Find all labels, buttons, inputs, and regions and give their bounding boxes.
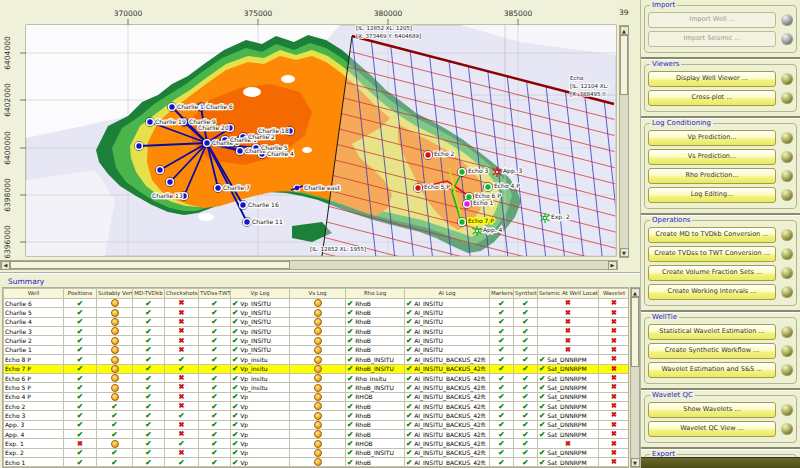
column-header-ai-log[interactable]: AI Log <box>405 289 490 299</box>
column-header-vs-log[interactable]: Vs Log <box>290 289 346 299</box>
create-working-intervals-button[interactable]: Create Working Intervals ... <box>648 284 776 300</box>
statistical-wavelet-estimation-button[interactable]: Statistical Wavelet Estimation ... <box>648 324 776 340</box>
well-marker[interactable] <box>157 167 164 174</box>
rho-prediction-button[interactable]: Rho Prediction... <box>648 168 776 184</box>
well-marker[interactable] <box>237 148 244 155</box>
import-seismic-button[interactable]: Import Seismic ... <box>648 31 776 47</box>
help-icon[interactable] <box>781 404 793 416</box>
column-header-well[interactable]: Well <box>4 289 64 299</box>
table-row[interactable]: Exp. 1✖✔✔✔✔ Vp✔ RHOB✔ AI_INSITU_BACKUS_4… <box>4 439 630 448</box>
well-label: Charlie east <box>304 184 341 191</box>
help-icon[interactable] <box>781 151 793 163</box>
table-row[interactable]: Echo 2✔✔✔✖✔✔ Vp✔ RhoB✔ AI_INSITU_BACKUS_… <box>4 401 630 410</box>
import-well-button[interactable]: Import Well ... <box>648 12 776 28</box>
vp-prediction-button[interactable]: Vp Prediction... <box>648 130 776 146</box>
wavelet-estimation-and-s-s-button[interactable]: Wavelet Estimation and S&S ... <box>648 362 776 378</box>
column-header-markers[interactable]: Markers <box>490 289 514 299</box>
help-icon[interactable] <box>781 248 793 260</box>
table-row[interactable]: Charlie 2✔✔✖✔✔ Vp_INSITU✔ RhoB✔ AI_INSIT… <box>4 336 630 345</box>
table-row[interactable]: Echo 8 P✔✔✔✔✔ Vp_insitu✔ RhoB_INSITU✔ AI… <box>4 355 630 364</box>
map-horizontal-scrollbar[interactable]: ◀ ▶ <box>0 260 618 270</box>
column-header-vp-log[interactable]: Vp Log <box>231 289 290 299</box>
scroll-up-icon[interactable]: ▲ <box>631 288 640 297</box>
column-header-rho-log[interactable]: Rho Log <box>346 289 405 299</box>
create-md-to-tvdkb-conversion-button[interactable]: Create MD to TVDkb Conversion ... <box>648 227 776 243</box>
table-row[interactable]: Echo 3✔✔✔✔✔✔ Vp✔ RhoB✔ AI_INSITU_BACKUS_… <box>4 411 630 420</box>
table-row[interactable]: Echo 7 P✔✔✔✔✔ Vp_insitu✔ RhoB_INSITU✔ AI… <box>4 364 630 373</box>
scroll-up-icon[interactable]: ▲ <box>620 26 629 35</box>
well-marker[interactable] <box>204 140 211 147</box>
well-marker[interactable] <box>464 201 471 208</box>
basemap[interactable]: Charlie 14Charlie 6Charlie 19Charlie 9Ch… <box>0 0 618 258</box>
check-icon: ✔ <box>522 439 528 448</box>
well-marker[interactable] <box>415 185 422 192</box>
cross-plot-button[interactable]: Cross-plot ... <box>648 90 776 106</box>
create-tvdss-to-twt-conversion-button[interactable]: Create TVDss to TWT Conversion ... <box>648 246 776 262</box>
table-row[interactable]: App. 4✔✔✔✖✔✔ Vp✔ RhoB✔ AI_INSITU_BACKUS_… <box>4 430 630 439</box>
show-wavelets-button[interactable]: Show Wavelets ... <box>648 402 776 418</box>
table-row[interactable]: Exp. 2✔✔✔✖✔✔ Vp✔ RhoB_INSITU✔ AI_INSITU_… <box>4 448 630 457</box>
column-header-synthetic[interactable]: Synthetic <box>514 289 538 299</box>
log-editing-button[interactable]: Log Editing... <box>648 187 776 203</box>
help-icon[interactable] <box>781 92 793 104</box>
help-icon[interactable] <box>781 423 793 435</box>
display-well-viewer-button[interactable]: Display Well Viewer ... <box>648 71 776 87</box>
column-header-seismic-at-well-location[interactable]: Seismic At Well Location <box>538 289 599 299</box>
help-icon[interactable] <box>781 14 793 26</box>
table-row[interactable]: Charlie 6✔✔✖✔✔ Vp_INSITU✔ RhoB✔ AI_INSIT… <box>4 299 630 308</box>
column-header-md-tvdkb[interactable]: MD-TVDkb <box>133 289 165 299</box>
table-row[interactable]: Echo 1✔✔✔✔✔✔ Vp✔ RhoB✔ AI_INSITU_BACKUS_… <box>4 458 630 467</box>
table-row[interactable]: Echo 4 P✔✔✖✔✔ Vp✔ RHOB✔ AI_INSITU_BACKUS… <box>4 392 630 401</box>
summary-vertical-scrollbar[interactable]: ▲ ▼ <box>630 287 640 468</box>
scrollbar-thumb[interactable] <box>10 261 290 269</box>
table-row[interactable]: Echo 6 P✔✔✖✔✔ Vp_insitu✔ Rho_insitu✔ AI_… <box>4 373 630 382</box>
create-volume-fraction-sets-button[interactable]: Create Volume Fraction Sets ... <box>648 265 776 281</box>
column-header-checkshots[interactable]: Checkshots <box>165 289 199 299</box>
column-header-tvdss-twt[interactable]: TVDss-TWT <box>199 289 231 299</box>
help-icon[interactable] <box>781 132 793 144</box>
well-marker[interactable] <box>240 202 247 209</box>
help-icon[interactable] <box>781 33 793 45</box>
help-icon[interactable] <box>781 73 793 85</box>
well-marker[interactable] <box>215 185 222 192</box>
well-marker[interactable] <box>425 152 432 159</box>
help-icon[interactable] <box>781 267 793 279</box>
scroll-right-icon[interactable]: ▶ <box>608 261 617 270</box>
sidebar-collapsed-bar[interactable] <box>641 457 800 468</box>
scrollbar-thumb[interactable] <box>620 35 628 95</box>
help-icon[interactable] <box>781 345 793 357</box>
table-row[interactable]: Echo 5 P✔✔✖✔✔ Vp_insitu✔ RhoB_INSITU✔ AI… <box>4 383 630 392</box>
scroll-down-icon[interactable]: ▼ <box>620 248 629 257</box>
status-cell: ✔ Vp_INSITU <box>231 336 290 345</box>
help-icon[interactable] <box>781 364 793 376</box>
help-icon[interactable] <box>781 170 793 182</box>
well-marker[interactable] <box>485 184 492 191</box>
create-synthetic-workflow-button[interactable]: Create Synthetic Workflow ... <box>648 343 776 359</box>
table-row[interactable]: App. 3✔✔✔✖✔✔ Vp✔ RhoB✔ AI_INSITU_BACKUS_… <box>4 420 630 429</box>
help-icon[interactable] <box>781 286 793 298</box>
table-row[interactable]: Charlie 4✔✔✖✔✔ Vp_INSITU✔ RhoB✔ AI_INSIT… <box>4 317 630 326</box>
table-row[interactable]: Charlie 1✔✔✖✔✔ Vp_INSITU✔ RhoB✔ AI_INSIT… <box>4 345 630 354</box>
well-marker[interactable] <box>167 179 174 186</box>
well-marker[interactable] <box>459 219 466 226</box>
map-vertical-scrollbar[interactable]: ▲ ▼ <box>619 25 629 258</box>
help-icon[interactable] <box>781 326 793 338</box>
help-icon[interactable] <box>781 189 793 201</box>
scroll-down-icon[interactable]: ▼ <box>631 458 640 467</box>
table-row[interactable]: Charlie 3✔✔✖✔✔ Vp_INSITU✔ RhoB✔ AI_INSIT… <box>4 327 630 336</box>
column-header-wavelet[interactable]: Wavelet <box>599 289 630 299</box>
well-marker[interactable] <box>244 219 251 226</box>
column-header-suitably-vertical[interactable]: Suitably Vertical <box>97 289 133 299</box>
log-name: RhoB <box>353 328 371 335</box>
scrollbar-thumb[interactable] <box>631 297 639 367</box>
column-header-positions[interactable]: Positions <box>64 289 97 299</box>
vs-prediction-button[interactable]: Vs Prediction... <box>648 149 776 165</box>
well-marker[interactable] <box>136 143 143 150</box>
help-icon[interactable] <box>781 229 793 241</box>
wavelet-qc-view-button[interactable]: Wavelet QC View ... <box>648 421 776 437</box>
well-marker[interactable] <box>147 119 154 126</box>
well-marker[interactable] <box>459 169 466 176</box>
scroll-left-icon[interactable]: ◀ <box>1 261 10 270</box>
table-row[interactable]: Charlie 5✔✔✖✔✔ Vp_INSITU✔ RhoB✔ AI_INSIT… <box>4 308 630 317</box>
well-marker[interactable] <box>169 104 176 111</box>
